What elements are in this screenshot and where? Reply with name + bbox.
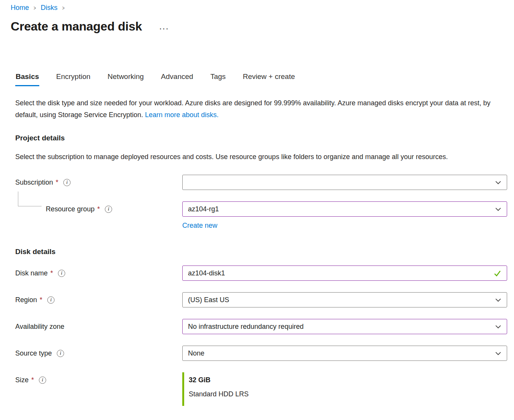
size-label-text: Size (15, 376, 29, 384)
disk-name-label-text: Disk name (15, 269, 48, 277)
size-summary[interactable]: 32 GiB Standard HDD LRS (182, 372, 249, 406)
disk-details-form: Disk name * Region * (US) East US Availa… (15, 266, 514, 406)
subscription-label: Subscription * (15, 175, 182, 190)
more-options-icon[interactable]: ··· (159, 26, 169, 32)
disk-name-input[interactable] (188, 269, 490, 277)
size-sku: Standard HDD LRS (189, 390, 249, 398)
required-asterisk: * (40, 296, 42, 304)
disk-details-heading: Disk details (15, 248, 514, 256)
tab-bar: Basics Encryption Networking Advanced Ta… (15, 72, 514, 86)
breadcrumb-separator-icon: > (62, 5, 64, 11)
chevron-down-icon (495, 350, 501, 357)
subscription-dropdown[interactable] (182, 175, 507, 190)
resource-group-dropdown[interactable]: az104-rg1 (182, 201, 507, 217)
region-dropdown[interactable]: (US) East US (182, 292, 507, 307)
create-new-resource-group-link[interactable]: Create new (182, 222, 217, 230)
project-details-heading: Project details (15, 134, 514, 142)
info-icon[interactable] (57, 350, 64, 357)
disk-name-row: Disk name * (15, 266, 514, 281)
info-icon[interactable] (63, 179, 71, 186)
tab-advanced[interactable]: Advanced (161, 72, 194, 86)
source-type-label: Source type (15, 346, 182, 361)
project-details-form: Subscription * Resource group * az104-rg… (15, 175, 514, 230)
required-asterisk: * (50, 269, 53, 277)
region-value: (US) East US (188, 296, 229, 304)
info-icon[interactable] (105, 206, 112, 213)
chevron-down-icon (495, 206, 501, 212)
required-asterisk: * (31, 376, 34, 384)
source-type-row: Source type None (15, 346, 514, 361)
region-label: Region * (15, 292, 182, 307)
subscription-resource-group-connector (18, 191, 42, 206)
breadcrumb-home-link[interactable]: Home (11, 4, 29, 12)
size-value: 32 GiB (189, 376, 249, 384)
disk-name-field (182, 266, 507, 281)
tab-basics[interactable]: Basics (15, 72, 39, 86)
resource-group-value: az104-rg1 (188, 205, 219, 213)
project-details-description: Select the subscription to manage deploy… (15, 151, 499, 163)
intro-body: Select the disk type and size needed for… (15, 99, 490, 119)
required-asterisk: * (56, 179, 58, 187)
breadcrumb-disks-link[interactable]: Disks (41, 4, 58, 12)
availability-zone-label-text: Availability zone (15, 323, 64, 331)
info-icon[interactable] (47, 296, 55, 304)
tab-tags[interactable]: Tags (210, 72, 226, 86)
breadcrumb-separator-icon: > (34, 5, 36, 11)
valid-check-icon (493, 269, 501, 277)
info-icon[interactable] (39, 377, 46, 384)
tab-encryption[interactable]: Encryption (56, 72, 91, 86)
resource-group-label-text: Resource group (46, 205, 95, 213)
size-label: Size * (15, 372, 182, 388)
disk-name-label: Disk name * (15, 266, 182, 281)
region-label-text: Region (15, 296, 37, 304)
availability-zone-value: No infrastructure redundancy required (188, 323, 304, 331)
info-icon[interactable] (58, 270, 65, 277)
tab-networking[interactable]: Networking (107, 72, 144, 86)
resource-group-row: Resource group * az104-rg1 Create new (15, 201, 514, 230)
source-type-value: None (188, 349, 204, 357)
availability-zone-dropdown[interactable]: No infrastructure redundancy required (182, 319, 507, 334)
title-row: Create a managed disk ··· (11, 19, 514, 34)
learn-more-link[interactable]: Learn more about disks. (145, 111, 218, 119)
tab-review-create[interactable]: Review + create (243, 72, 296, 86)
availability-zone-row: Availability zone No infrastructure redu… (15, 319, 514, 334)
chevron-down-icon (495, 297, 501, 303)
region-row: Region * (US) East US (15, 292, 514, 307)
intro-text: Select the disk type and size needed for… (15, 97, 499, 121)
source-type-dropdown[interactable]: None (182, 346, 507, 361)
page-title: Create a managed disk (11, 19, 142, 34)
availability-zone-label: Availability zone (15, 319, 182, 334)
subscription-row: Subscription * (15, 175, 514, 190)
chevron-down-icon (495, 179, 501, 186)
breadcrumb: Home > Disks > (0, 0, 514, 12)
size-row: Size * 32 GiB Standard HDD LRS (15, 372, 514, 406)
subscription-label-text: Subscription (15, 179, 53, 187)
required-asterisk: * (97, 205, 100, 213)
source-type-label-text: Source type (15, 349, 52, 357)
chevron-down-icon (495, 323, 501, 330)
